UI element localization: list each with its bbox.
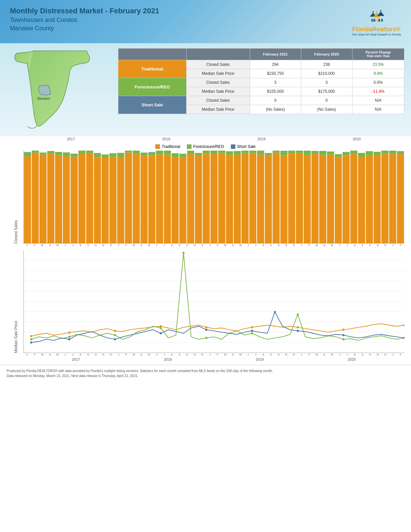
bar-traditional <box>179 157 186 243</box>
pct-shortsale-price: N/A <box>352 105 404 114</box>
bar-year-2017: 2017 <box>67 137 75 141</box>
bar-traditional <box>40 155 47 243</box>
bar-foreclosure <box>141 153 148 156</box>
bar-year-2019: 2019 <box>257 137 265 141</box>
bar-foreclosure <box>40 153 47 155</box>
table-col-feb2020: February 2020 <box>301 49 352 60</box>
val-shortsale-closed-2021: 0 <box>250 96 301 105</box>
bar-foreclosure <box>102 154 109 157</box>
month-label: M <box>54 244 62 247</box>
bar-shortsale <box>280 151 287 151</box>
bar-traditional <box>94 157 101 243</box>
ss-dot <box>68 338 70 340</box>
month-label: M <box>328 353 336 356</box>
month-label: D <box>107 244 115 247</box>
month-label: M <box>145 244 153 247</box>
bar-traditional <box>350 154 357 243</box>
bar-foreclosure <box>24 152 31 156</box>
bar-traditional <box>133 154 140 243</box>
price-year-2018: 2018 <box>164 357 172 361</box>
month-label: M <box>313 244 321 247</box>
bar-foreclosure <box>86 151 93 153</box>
month-label: D <box>381 244 389 247</box>
month-label: M <box>328 244 336 247</box>
month-label: A <box>260 244 267 247</box>
month-label: F <box>305 244 313 247</box>
month-label: A <box>321 244 328 247</box>
bar-shortsale <box>148 152 155 152</box>
page-subtitle2: Manatee County <box>10 25 159 32</box>
bar-foreclosure <box>280 151 287 155</box>
category-traditional: Traditional <box>118 60 187 78</box>
bar-foreclosure <box>179 154 186 157</box>
month-label: A <box>229 353 237 356</box>
month-label: J <box>62 244 69 247</box>
bar-traditional <box>195 156 202 243</box>
month-label: J <box>161 353 168 356</box>
bar-traditional <box>312 154 319 243</box>
bar-shortsale <box>319 151 326 151</box>
month-label: J <box>115 244 122 247</box>
svg-text:Manatee: Manatee <box>37 97 50 100</box>
month-label: D <box>107 353 115 356</box>
traditional-price-line <box>31 324 404 336</box>
bar-traditional <box>70 157 77 243</box>
bar-traditional <box>172 157 179 243</box>
month-label: O <box>183 244 191 247</box>
month-label: J <box>389 244 397 247</box>
bar-foreclosure <box>273 151 280 153</box>
month-label: A <box>138 353 145 356</box>
val-foreclosure-price-2020: $175,000 <box>301 87 352 96</box>
bar-traditional <box>358 157 365 243</box>
trad-dot <box>342 329 344 331</box>
bar-chart-svg: 100% 90% 80% 70% 60% 50% 40% 30% 20% 10%… <box>24 151 404 243</box>
bar-foreclosure <box>148 152 155 155</box>
month-label: O <box>366 353 374 356</box>
bar-foreclosure <box>78 151 85 154</box>
month-label: J <box>343 353 351 356</box>
month-label: A <box>168 244 176 247</box>
bar-traditional <box>102 157 109 243</box>
month-label: J <box>252 244 260 247</box>
month-label: M <box>221 244 229 247</box>
bar-foreclosure <box>257 151 264 155</box>
bar-foreclosure <box>335 154 342 157</box>
fore-dot <box>160 327 162 329</box>
bar-traditional <box>63 156 70 243</box>
svg-point-6 <box>372 11 374 13</box>
bar-foreclosure <box>389 151 396 154</box>
svg-marker-5 <box>377 11 384 16</box>
month-label: O <box>92 244 99 247</box>
month-label: J <box>298 244 305 247</box>
month-label: J <box>23 244 31 247</box>
month-label: O <box>275 244 282 247</box>
chart-legend: Traditional Foreclosure/REO Short Sale <box>7 144 404 149</box>
month-label: N <box>99 244 107 247</box>
bar-traditional <box>125 153 132 243</box>
bar-foreclosure <box>195 153 202 156</box>
month-label: A <box>138 244 145 247</box>
price-chart-y-label: Median Sale Price <box>7 250 23 353</box>
month-label: M <box>39 353 46 356</box>
month-label: N <box>374 353 381 356</box>
ss-dot <box>30 341 32 343</box>
footer-line1: Produced by Florida REALTORS® with data … <box>7 368 404 373</box>
bar-traditional <box>304 155 311 243</box>
bar-foreclosure <box>296 151 303 153</box>
legend-foreclosure: Foreclosure/REO <box>187 144 224 149</box>
month-label: J <box>206 353 214 356</box>
bar-shortsale <box>226 151 233 152</box>
bar-foreclosure <box>210 151 217 154</box>
month-label: M <box>54 353 62 356</box>
month-label: A <box>46 353 54 356</box>
metric-shortsale-closed: Closed Sales <box>186 96 250 105</box>
bar-foreclosure <box>366 151 373 155</box>
fore-dot <box>251 332 253 334</box>
month-label: S <box>359 353 366 356</box>
bar-foreclosure <box>133 151 140 154</box>
bar-foreclosure <box>32 151 39 153</box>
month-label: F <box>214 244 221 247</box>
bar-foreclosure <box>327 152 334 155</box>
val-traditional-price-2021: $230,750 <box>250 69 301 78</box>
logo-tagline: The Voice for Real Estate® in Florida <box>352 33 401 36</box>
